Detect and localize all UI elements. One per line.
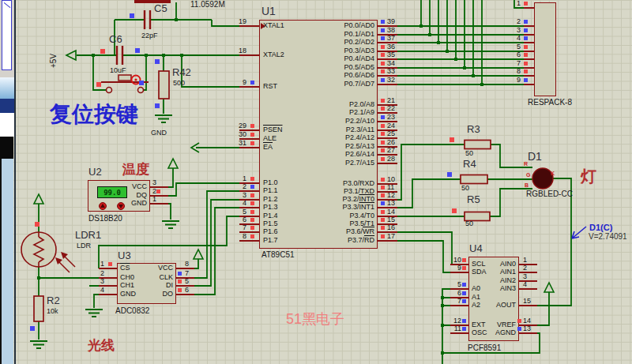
pin-number: 12 <box>387 191 403 199</box>
pin-state-square <box>178 280 182 283</box>
pin-number: 3 <box>152 178 162 186</box>
pin-number: 10 <box>387 175 403 183</box>
pin-state-square <box>381 141 385 144</box>
pin-number: 1 <box>100 260 108 268</box>
pin-number: 22 <box>387 104 403 112</box>
pin-number: 5 <box>185 277 194 285</box>
pin-stub[interactable] <box>524 25 534 27</box>
pin-name: A1 <box>472 293 503 301</box>
pin-name: XTAL2 <box>263 51 326 58</box>
pin-number: 17 <box>387 232 403 240</box>
pin-name: PSEN <box>263 126 326 133</box>
pin-number: 16 <box>387 223 403 231</box>
terminal-state-square <box>452 208 457 213</box>
pin-state-square <box>250 185 254 189</box>
pin-state-square <box>524 78 528 82</box>
pin-name: ALE <box>263 134 326 142</box>
pin-state-square <box>462 327 466 331</box>
pin-name: P3.6/WR <box>321 227 374 235</box>
pin-number: 1 <box>523 256 536 264</box>
pin-state-square <box>524 62 528 66</box>
pin-number: 7 <box>510 59 521 67</box>
pin-state-square <box>462 283 466 287</box>
pin-name: VREF <box>480 321 516 328</box>
pin-number: 26 <box>387 138 403 146</box>
pin-stub[interactable] <box>524 84 534 85</box>
pin-stub[interactable] <box>239 25 259 27</box>
pin-state-square <box>381 226 385 230</box>
pin-number: 19 <box>232 17 246 25</box>
pin-name: P0.3/AD3 <box>321 47 374 54</box>
pin-number: 11 <box>387 183 403 191</box>
pin-stub[interactable] <box>524 34 534 36</box>
pin-stub[interactable] <box>378 84 397 85</box>
schematic-canvas[interactable]: 99.0 <box>0 0 632 364</box>
pin-number: 2 <box>510 17 521 25</box>
pin-state-square <box>381 201 385 205</box>
pin-number: 4 <box>232 199 246 207</box>
pin-name: P2.4/A12 <box>321 133 374 141</box>
pin-stub[interactable] <box>524 58 534 60</box>
pin-stub[interactable] <box>450 332 468 334</box>
pin-stub[interactable] <box>99 294 117 295</box>
pin-name: P2.2/A10 <box>321 117 374 125</box>
pin-state-square <box>250 210 254 214</box>
pin-number: 35 <box>387 51 403 58</box>
pin-number: 29 <box>232 122 246 129</box>
pin-number: 4 <box>100 286 108 294</box>
pin-state-square <box>381 193 385 197</box>
pin-stub[interactable] <box>150 203 168 205</box>
pin-number: 24 <box>387 122 403 129</box>
pin-stub[interactable] <box>450 272 468 273</box>
pin-number: 10 <box>449 256 461 264</box>
pin-number: 23 <box>387 113 403 121</box>
pin-number: 1 <box>152 195 162 203</box>
pin-stub[interactable] <box>524 75 534 77</box>
pin-name: AIN3 <box>480 284 516 292</box>
pin-stub[interactable] <box>524 67 534 69</box>
pin-state-square <box>108 262 112 266</box>
pin-stub[interactable] <box>176 294 194 295</box>
pin-stub[interactable] <box>524 7 534 9</box>
pin-stub[interactable] <box>519 288 537 290</box>
pin-state-square <box>524 28 528 32</box>
pin-name: EA <box>263 143 326 151</box>
pin-number: 21 <box>387 96 403 104</box>
pin-name: P2.3/A11 <box>321 126 374 133</box>
pin-number: 13 <box>387 199 403 207</box>
pin-number: 9 <box>510 76 521 84</box>
pin-stub[interactable] <box>450 305 468 306</box>
pin-state-square <box>524 20 528 24</box>
pin-stub[interactable] <box>378 163 397 164</box>
pin-state-square <box>524 53 528 57</box>
pin-number: 14 <box>387 208 403 216</box>
pin-number: 39 <box>387 17 403 25</box>
pin-stub[interactable] <box>524 51 534 52</box>
pin-stub[interactable] <box>524 42 534 43</box>
pin-stub[interactable] <box>239 240 259 242</box>
pin-number: 27 <box>387 146 403 154</box>
pin-number: 2 <box>100 269 108 277</box>
pin-stub[interactable] <box>239 147 259 148</box>
pin-stub[interactable] <box>239 54 259 56</box>
pin-name: P0.6/AD6 <box>321 71 374 79</box>
pin-name: DI <box>137 281 173 289</box>
pin-state-square <box>381 178 385 182</box>
pin-name: XTAL1 <box>263 21 326 29</box>
pin-state-square <box>250 218 254 222</box>
pin-stub[interactable] <box>239 86 259 88</box>
pin-stub[interactable] <box>378 240 397 242</box>
pin-name: P1.4 <box>263 212 326 220</box>
pin-number: 25 <box>387 129 403 137</box>
pin-name: P0.5/AD5 <box>321 63 374 71</box>
pin-name: P1.3 <box>263 203 326 211</box>
pin-stub[interactable] <box>519 305 537 306</box>
pin-state-square <box>462 291 466 295</box>
pin-name: AOUT <box>480 301 516 309</box>
pin-state-square <box>462 258 466 262</box>
pin-state-square <box>381 218 385 222</box>
pin-name: AGND <box>480 328 516 336</box>
pin-stub[interactable] <box>519 332 537 334</box>
pin-state-square <box>250 124 254 128</box>
pin-number: 3 <box>232 191 246 199</box>
